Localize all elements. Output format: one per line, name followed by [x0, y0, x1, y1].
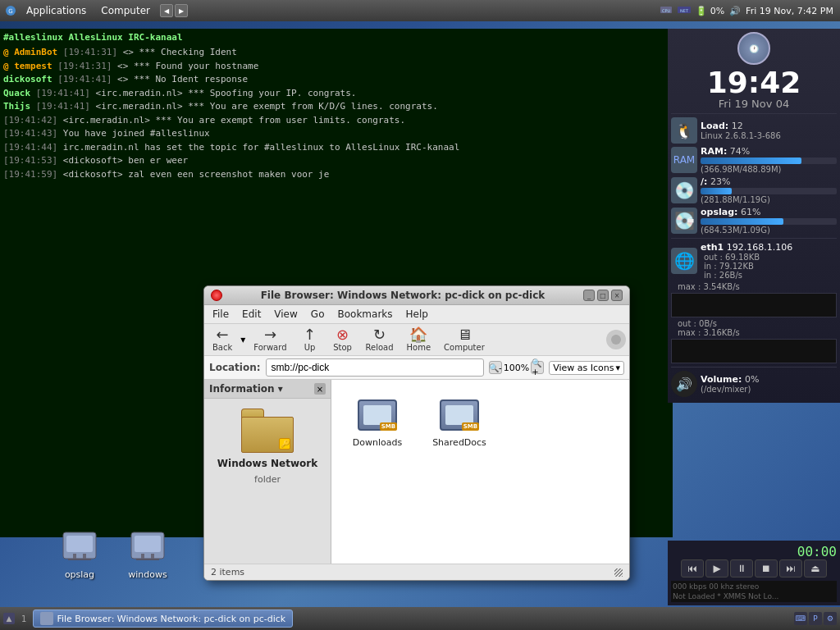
menu-bookmarks[interactable]: Bookmarks — [332, 307, 397, 322]
sys-volume-row: 🔊 Volume: 0% (/dev/mixer) — [671, 371, 837, 397]
eth-ip: 192.168.1.106 — [727, 242, 792, 253]
tray-item-3[interactable]: ⚙ — [824, 612, 837, 625]
window-btn-1[interactable]: _ — [583, 290, 595, 301]
eth-label: eth1 — [701, 242, 724, 253]
ram-detail: (366.98M/488.89M) — [701, 165, 837, 174]
battery-indicator: 🔋 0% — [696, 6, 724, 16]
file-browser-toolbar: ← Back ▾ → Forward ↑ Up ⊗ Stop ↻ Reload … — [204, 324, 629, 356]
ram-progress-fill — [701, 158, 801, 164]
window-btn-2[interactable]: □ — [597, 290, 609, 301]
menu-view[interactable]: View — [269, 307, 302, 322]
system-monitor: 🕐 19:42 Fri 19 Nov 04 🐧 Load: 12 Linux 2… — [668, 29, 840, 403]
file-label-shareddocs: SharedDocs — [432, 437, 486, 448]
file-browser-content: Information ▾ × 🔑 Windows Network folder — [204, 380, 629, 564]
xmms-eject-btn[interactable]: ⏏ — [804, 559, 827, 578]
reload-button[interactable]: ↻ Reload — [361, 326, 399, 354]
svg-rect-9 — [73, 554, 76, 559]
svg-rect-10 — [83, 554, 86, 559]
desktop-icon-windows[interactable]: windows — [119, 526, 176, 581]
menu-go[interactable]: Go — [306, 307, 330, 322]
panel-menu-computer[interactable]: Computer — [94, 3, 157, 18]
file-item-shareddocs[interactable]: SMB SharedDocs — [427, 393, 492, 451]
view-mode-selector[interactable]: View as Icons ▾ — [549, 361, 624, 375]
taskbar-tray: ⌨ P ⚙ — [794, 612, 837, 625]
home-button[interactable]: 🏠 Home — [402, 326, 436, 354]
windows-icon — [128, 526, 167, 565]
sidebar-header[interactable]: Information ▾ × — [204, 380, 331, 399]
irc-msg-6: [19:41:42] <irc.meradin.nl> *** You are … — [3, 114, 669, 128]
clock-date: Fri 19 Nov 04 — [671, 98, 837, 110]
svg-point-6 — [611, 335, 621, 345]
panel-scroll-left[interactable]: ◀ — [160, 4, 173, 17]
sidebar-close-button[interactable]: × — [314, 383, 326, 395]
folder-icon-large: 🔑 — [241, 409, 294, 453]
svg-rect-16 — [136, 559, 159, 560]
load-value: 12 — [732, 121, 743, 131]
sys-root-info: /: 23% (281.88M/1.19G) — [701, 176, 837, 204]
window-buttons-right: _ □ × — [583, 290, 623, 301]
opslag-percent: 61% — [741, 207, 760, 217]
svg-text:G: G — [8, 8, 12, 15]
xmms-time-display: 00:00 — [671, 544, 837, 559]
resize-handle[interactable] — [614, 568, 623, 577]
sys-eth-info: eth1 192.168.1.106 out : 69.18KB in : 79… — [701, 242, 837, 280]
xmms-prev-btn[interactable]: ⏮ — [681, 559, 704, 578]
file-item-downloads[interactable]: SMB Downloads — [345, 393, 410, 451]
taskbar-filebrowser-btn[interactable]: File Browser: Windows Network: pc-dick o… — [33, 609, 293, 628]
sys-opslag-info: opslag: 61% (684.53M/1.09G) — [701, 207, 837, 235]
xmms-play-btn[interactable]: ▶ — [705, 559, 728, 578]
xmms-player: 00:00 ⏮ ▶ ⏸ ⏹ ⏭ ⏏ 000 kbps 00 khz stereo… — [668, 541, 840, 605]
computer-icon: 🖥 — [457, 327, 472, 342]
back-button[interactable]: ← Back — [208, 326, 237, 354]
location-input[interactable] — [266, 358, 484, 377]
file-browser-window: File Browser: Windows Network: pc-dick o… — [203, 285, 630, 581]
opslag-icon-label: opslag — [62, 568, 97, 581]
back-icon: ← — [217, 327, 229, 342]
back-dropdown[interactable]: ▾ — [240, 334, 245, 345]
root-detail: (281.88M/1.19G) — [701, 195, 837, 204]
close-button[interactable] — [211, 290, 222, 301]
top-panel: G Applications Computer ◀ ▶ CPU NET 🔋 0%… — [0, 0, 840, 21]
svg-rect-17 — [43, 615, 51, 622]
tray-item-1[interactable]: ⌨ — [794, 612, 807, 625]
window-btn-3[interactable]: × — [611, 290, 623, 301]
computer-button[interactable]: 🖥 Computer — [439, 326, 490, 354]
view-mode-label: View as Icons — [553, 363, 614, 373]
irc-msg-7: [19:41:43] You have joined #alleslinux — [3, 127, 669, 141]
zoom-level: 100% — [504, 363, 529, 373]
taskbar-start-icon[interactable]: ▲ — [3, 613, 15, 624]
panel-menu-applications[interactable]: Applications — [20, 3, 93, 18]
reload-icon: ↻ — [373, 327, 386, 342]
toolbar-right-btn[interactable] — [606, 330, 626, 349]
sidebar-folder-name: Windows Network — [217, 458, 317, 469]
opslag-label: opslag: — [701, 207, 737, 217]
menu-file[interactable]: File — [208, 307, 234, 322]
menu-help[interactable]: Help — [401, 307, 433, 322]
file-label-downloads: Downloads — [353, 437, 402, 448]
ram-icon: RAM — [671, 147, 697, 173]
desktop-icon-opslag[interactable]: opslag — [51, 526, 108, 581]
xmms-pause-btn[interactable]: ⏸ — [730, 559, 753, 578]
tray-item-2[interactable]: P — [809, 612, 822, 625]
opslag-progress-bar — [701, 218, 837, 225]
stop-button[interactable]: ⊗ Stop — [328, 326, 358, 354]
svg-text:NET: NET — [680, 8, 689, 13]
xmms-controls: ⏮ ▶ ⏸ ⏹ ⏭ ⏏ — [671, 559, 837, 578]
zoom-in-button[interactable]: 🔍+ — [531, 361, 544, 374]
up-icon: ↑ — [304, 327, 316, 342]
back-label: Back — [212, 343, 232, 352]
root-progress-fill — [701, 188, 732, 194]
panel-left: G Applications Computer — [0, 3, 160, 18]
zoom-out-button[interactable]: 🔍- — [489, 361, 502, 374]
forward-button[interactable]: → Forward — [249, 326, 291, 354]
xmms-next-btn[interactable]: ⏭ — [779, 559, 802, 578]
up-button[interactable]: ↑ Up — [295, 326, 325, 354]
menu-edit[interactable]: Edit — [237, 307, 266, 322]
irc-title: #alleslinux AllesLinux IRC-kanaal — [3, 32, 669, 43]
panel-scroll-right[interactable]: ▶ — [175, 4, 188, 17]
ram-progress-bar — [701, 158, 837, 164]
xmms-stop-btn[interactable]: ⏹ — [755, 559, 778, 578]
irc-msg-8: [19:41:44] irc.meradin.nl has set the to… — [3, 141, 669, 155]
eth-max-in: max : 3.54KB/s — [678, 282, 837, 291]
cpu-freq-indicator: CPU — [660, 5, 673, 17]
